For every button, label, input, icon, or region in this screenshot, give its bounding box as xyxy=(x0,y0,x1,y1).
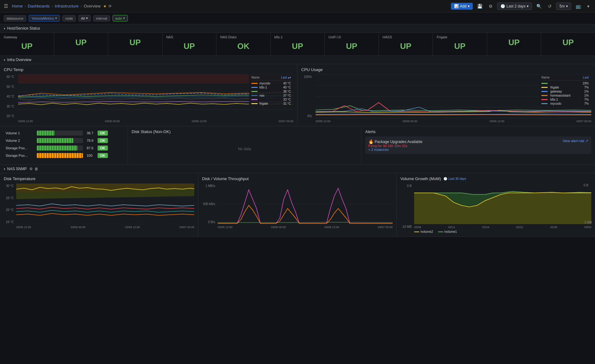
settings-icon[interactable]: ⚙ xyxy=(29,167,33,171)
breadcrumb-dashboards[interactable]: Dashboards xyxy=(28,4,50,8)
cpu-usage-y5: 100% xyxy=(301,75,312,79)
table-row: Volume 2 78.9 OK xyxy=(4,137,124,144)
menu-icon[interactable]: ☰ xyxy=(4,3,8,9)
volume-growth-time[interactable]: 🕐 Last 30 days xyxy=(443,177,466,180)
more-button[interactable]: ▾ xyxy=(585,2,591,10)
status-card-10: UP xyxy=(487,33,541,55)
alert-header: 🔥 Package Upgrades Available Firing for … xyxy=(368,139,588,151)
cpu-temp-title: CPU Temp xyxy=(4,67,293,72)
star-icon[interactable]: ★ xyxy=(103,4,107,8)
volume-table: Volume 1 38.7 OK Volume 2 xyxy=(4,129,124,159)
interval-label: interval xyxy=(93,15,110,22)
status-label-gateway: Gateway xyxy=(4,35,50,39)
alert-instances-1[interactable]: > 2 instances xyxy=(368,148,423,151)
view-rule-link[interactable]: View alert rule ↗ xyxy=(563,139,588,143)
zoom-out-button[interactable]: 🔍 xyxy=(535,2,544,10)
status-value-k8s: UP xyxy=(274,40,321,52)
datasource-select[interactable]: VictoriaMetrics ▾ xyxy=(29,15,60,22)
vol1-bar-bg xyxy=(37,131,83,136)
vol4-bar-cell xyxy=(35,152,85,159)
cu-legend-2: frigate 7% xyxy=(541,86,589,89)
fire-icon: 🔥 xyxy=(368,139,374,144)
filter-bar: datasource VictoriaMetrics ▾ node All ▾ … xyxy=(0,12,595,24)
legend-dot-k8s1 xyxy=(251,87,258,88)
vol2-status-cell: OK xyxy=(96,137,124,144)
interval-select[interactable]: auto ▾ xyxy=(113,15,128,22)
nas-snmp-section-header[interactable]: ▾ NAS SNMP ⚙ 🗑 xyxy=(0,165,595,173)
status-value-2: UP xyxy=(58,36,104,49)
legend-val-k8s1: 40 °C xyxy=(283,86,291,89)
breadcrumb-home[interactable]: Home xyxy=(12,4,23,8)
host-status-title: Host/Service Status xyxy=(7,26,40,31)
legend-dot-nas xyxy=(251,95,258,96)
status-value-gateway: UP xyxy=(4,40,50,52)
disk-status-panel: Disk Status (Non-OK) No data xyxy=(128,126,361,165)
add-button[interactable]: 📊 Add ▾ xyxy=(451,3,473,10)
node-select[interactable]: All ▾ xyxy=(78,15,91,22)
host-status-section-header[interactable]: ▾ Host/Service Status xyxy=(0,24,595,33)
cpu-temp-y3: 40 °C xyxy=(4,95,14,98)
vol2-bar-fill xyxy=(37,138,73,143)
tv-button[interactable]: 📺 xyxy=(574,2,583,10)
legend-mycodo: mycodo 40 °C xyxy=(251,82,291,85)
node-label: node xyxy=(62,15,75,22)
breadcrumb-infrastructure[interactable]: Infrastructure xyxy=(55,4,79,8)
vol2-name: Volume 2 xyxy=(4,137,35,144)
status-card-unifi: UniFi UI UP xyxy=(325,33,379,55)
chevron-icon: ▾ xyxy=(55,16,57,20)
status-card-2: UP xyxy=(54,33,109,55)
alerts-panel: Alerts 🔥 Package Upgrades Available Firi… xyxy=(361,126,595,165)
status-card-nas: NAS UP xyxy=(162,33,217,55)
status-card-gateway: Gateway UP xyxy=(0,33,54,55)
legend-dot-green xyxy=(251,91,258,92)
cpu-usage-title: CPU Usage xyxy=(301,67,591,72)
breadcrumb: Home › Dashboards › Infrastructure › Ove… xyxy=(12,4,101,8)
svg-marker-23 xyxy=(414,192,591,224)
table-row: Storage Poo... 87.6 OK xyxy=(4,144,124,152)
legend-val-purple: 33 °C xyxy=(283,98,291,101)
refresh-interval-button[interactable]: 5m ▾ xyxy=(556,2,571,10)
vol4-status: OK xyxy=(98,153,108,158)
cu-legend-3: gateway 1% xyxy=(541,90,589,93)
vg-legend-vol1: /volume1 xyxy=(438,230,457,233)
legend-nas: nas 37 °C xyxy=(251,94,291,97)
disk-temp-panel: Disk Temperature 30 °C 28 °C 26 °C 24 °C xyxy=(0,173,198,237)
datasource-label: datasource xyxy=(4,15,26,22)
share-icon[interactable]: ⟳ xyxy=(109,4,112,8)
cpu-temp-y5: 60 °C xyxy=(4,75,14,79)
vg-legend: /volume2 /volume1 xyxy=(414,230,591,233)
infra-overview-section-header[interactable]: ▾ Infra Overview xyxy=(0,56,595,64)
legend-dot-frigate xyxy=(251,103,258,104)
legend-label-mycodo: mycodo xyxy=(259,82,281,85)
trash-icon[interactable]: 🗑 xyxy=(35,167,38,171)
time-range-button[interactable]: 🕐 Last 2 days ▾ xyxy=(497,2,532,10)
status-label-nas: NAS xyxy=(166,35,213,39)
vol3-status-cell: OK xyxy=(96,144,124,152)
nas-charts-row: Disk Temperature 30 °C 28 °C 26 °C 24 °C xyxy=(0,173,595,237)
alerts-title: Alerts xyxy=(365,129,591,134)
legend-header: Name Last ▴▾ xyxy=(251,76,291,80)
status-card-k8s: k8s-1 UP xyxy=(271,33,325,55)
breadcrumb-current: Overview xyxy=(84,4,100,8)
volume-growth-header: Volume Growth (MoM) 🕐 Last 30 days xyxy=(400,176,591,181)
volume-growth-panel: Volume Growth (MoM) 🕐 Last 30 days 0 B -… xyxy=(397,173,595,237)
cu-legend-6: mycodo 7% xyxy=(541,102,589,105)
disk-throughput-xaxis: 03/05 12:00 03/06 00:00 03/06 12:00 03/0… xyxy=(218,226,393,229)
vol3-bar-fill xyxy=(37,146,77,151)
legend-last-header: Last ▴▾ xyxy=(281,76,291,79)
legend-val-green: 38 °C xyxy=(283,90,291,93)
alert-item-1: 🔥 Package Upgrades Available Firing for … xyxy=(365,136,591,154)
status-card-nas-disks: NAS Disks OK xyxy=(216,33,271,55)
vol2-bar-bg xyxy=(37,138,83,143)
vol1-bar-cell xyxy=(35,129,85,137)
alert-content: 🔥 Package Upgrades Available Firing for … xyxy=(368,139,423,151)
refresh-button[interactable]: ↺ xyxy=(546,2,554,10)
cpu-temp-xaxis: 03/05 12:00 03/06 00:00 03/06 12:00 03/0… xyxy=(18,120,293,123)
save-button[interactable]: 💾 xyxy=(475,2,484,10)
vg-xaxis: 02/06 02/11 02/16 02/21 02/26 03/03 xyxy=(414,226,591,229)
status-card-11: UP xyxy=(541,33,595,55)
settings-button[interactable]: ⚙ xyxy=(487,2,495,10)
disk-status-title: Disk Status (Non-OK) xyxy=(132,129,357,134)
chevron-collapse-icon: ▾ xyxy=(4,27,5,30)
clock-icon2: 🕐 xyxy=(443,177,447,180)
